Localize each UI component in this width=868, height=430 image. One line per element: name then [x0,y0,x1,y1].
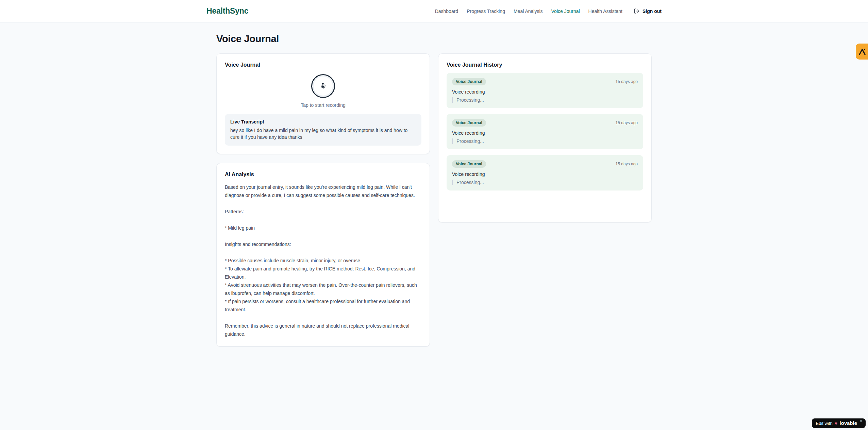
entry-timestamp: 15 days ago [616,120,638,125]
nav-container: HealthSync Dashboard Progress Tracking M… [206,0,662,22]
brand-logo[interactable]: HealthSync [206,6,248,16]
entry-type-badge: Voice Journal [452,78,486,85]
live-transcript-label: Live Transcript [230,119,416,125]
recorder-card-title: Voice Journal [225,62,421,68]
nav-progress-tracking[interactable]: Progress Tracking [467,9,505,14]
close-icon[interactable]: × [860,419,862,424]
history-entry[interactable]: Voice Journal 15 days ago Voice recordin… [447,73,643,108]
nav-dashboard[interactable]: Dashboard [435,9,458,14]
nav-voice-journal[interactable]: Voice Journal [551,9,580,14]
ai-analysis-title: AI Analysis [225,171,421,178]
entry-status: Processing... [452,97,638,103]
left-column: Voice Journal Tap to start recording Liv… [216,53,430,347]
ai-analysis-card: AI Analysis Based on your journal entry,… [216,163,430,347]
transcript-text: hey so like I do have a mild pain in my … [230,127,416,140]
lovable-brand: lovable [840,420,857,426]
entry-title: Voice recording [452,171,638,177]
history-entry[interactable]: Voice Journal 15 days ago Voice recordin… [447,155,643,191]
entry-status: Processing... [452,180,638,185]
entry-type-badge: Voice Journal [452,160,486,168]
history-card-title: Voice Journal History [447,62,643,68]
entry-timestamp: 15 days ago [616,79,638,84]
main-content: Voice Journal Voice Journal Tap to start… [216,22,652,347]
nav-health-assistant[interactable]: Health Assistant [588,9,622,14]
history-entry-header: Voice Journal 15 days ago [452,160,638,168]
history-card: Voice Journal History Voice Journal 15 d… [438,53,652,222]
lovable-prefix: Edit with [816,421,833,426]
lovable-badge[interactable]: Edit with ♥ lovable × [812,418,866,428]
entry-title: Voice recording [452,130,638,136]
page-title: Voice Journal [216,33,652,45]
nav-links: Dashboard Progress Tracking Meal Analysi… [435,8,662,14]
entry-type-badge: Voice Journal [452,119,486,127]
entry-timestamp: 15 days ago [616,162,638,166]
history-entry-header: Voice Journal 15 days ago [452,78,638,85]
history-entry-header: Voice Journal 15 days ago [452,119,638,127]
microphone-icon [320,83,327,89]
feedback-tab[interactable] [856,44,868,60]
history-entry[interactable]: Voice Journal 15 days ago Voice recordin… [447,114,643,149]
tap-to-record-hint: Tap to start recording [301,102,346,108]
heart-icon: ♥ [835,420,838,426]
log-out-icon [634,8,639,14]
record-button[interactable] [311,74,335,98]
mic-area: Tap to start recording [225,73,421,108]
live-transcript-box: Live Transcript hey so like I do have a … [225,114,421,146]
ai-analysis-body: Based on your journal entry, it sounds l… [225,182,421,338]
sign-out-button[interactable]: Sign out [634,8,662,14]
nav-meal-analysis[interactable]: Meal Analysis [514,9,543,14]
sign-out-label: Sign out [642,9,662,14]
entry-title: Voice recording [452,89,638,95]
content-grid: Voice Journal Tap to start recording Liv… [216,53,652,347]
top-nav: HealthSync Dashboard Progress Tracking M… [0,0,868,22]
entry-status: Processing... [452,138,638,144]
logo-a-icon [858,48,866,55]
recorder-card: Voice Journal Tap to start recording Liv… [216,53,430,154]
